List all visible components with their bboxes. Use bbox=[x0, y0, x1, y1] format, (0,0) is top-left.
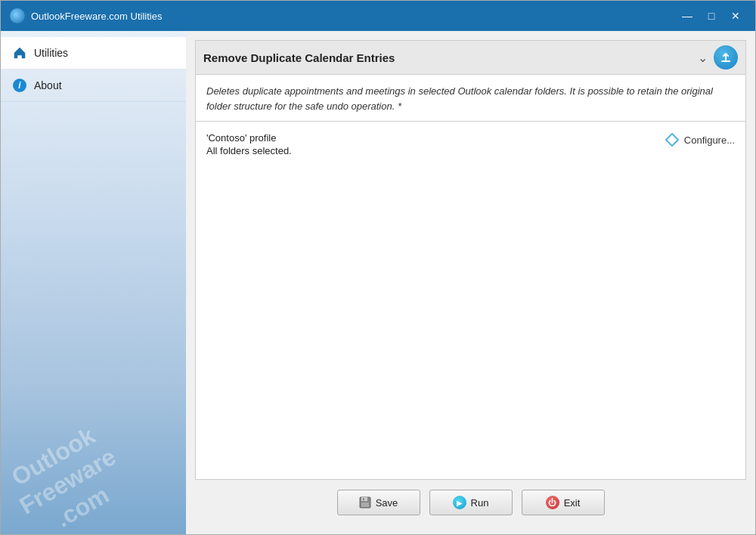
tool-title: Remove Duplicate Calendar Entries bbox=[203, 51, 692, 64]
profile-info: 'Contoso' profile All folders selected. bbox=[206, 132, 292, 156]
svg-rect-4 bbox=[363, 498, 364, 500]
window-title: OutlookFreeware.com Utilities bbox=[31, 11, 677, 22]
close-button[interactable]: ✕ bbox=[725, 7, 746, 25]
configure-button[interactable]: Configure... bbox=[665, 132, 735, 147]
profile-name: 'Contoso' profile bbox=[206, 132, 292, 144]
minimize-button[interactable]: — bbox=[677, 7, 698, 25]
app-icon bbox=[10, 8, 25, 23]
app-window: OutlookFreeware.com Utilities — □ ✕ Util… bbox=[0, 0, 756, 535]
maximize-button[interactable]: □ bbox=[701, 7, 722, 25]
svg-marker-0 bbox=[666, 134, 678, 146]
footer: Save ▶ Run ⏻ Exit bbox=[195, 480, 746, 525]
title-bar: OutlookFreeware.com Utilities — □ ✕ bbox=[1, 1, 755, 31]
exit-icon: ⏻ bbox=[546, 496, 559, 509]
sidebar-nav: Utilities i About bbox=[1, 31, 186, 108]
upload-button[interactable] bbox=[714, 45, 738, 70]
configure-icon bbox=[665, 132, 680, 147]
sidebar-item-utilities[interactable]: Utilities bbox=[1, 37, 186, 70]
run-button[interactable]: ▶ Run bbox=[429, 490, 513, 515]
sidebar-watermark: OutlookFreeware.com bbox=[1, 396, 173, 534]
tool-description: Deletes duplicate appointments and meeti… bbox=[196, 75, 745, 122]
save-icon bbox=[359, 496, 371, 509]
run-icon: ▶ bbox=[453, 496, 466, 509]
content-panel: Remove Duplicate Calendar Entries ⌄ Dele… bbox=[195, 40, 746, 480]
exit-button[interactable]: ⏻ Exit bbox=[522, 490, 605, 515]
profile-folders: All folders selected. bbox=[206, 145, 292, 156]
tool-header: Remove Duplicate Calendar Entries ⌄ bbox=[196, 41, 745, 75]
sidebar-item-about[interactable]: i About bbox=[1, 70, 186, 102]
exit-label: Exit bbox=[564, 497, 581, 509]
main-area: Utilities i About OutlookFreeware.com bbox=[1, 31, 755, 534]
tool-description-text: Deletes duplicate appointments and meeti… bbox=[206, 85, 713, 112]
dropdown-arrow-icon[interactable]: ⌄ bbox=[698, 51, 708, 65]
profile-section: 'Contoso' profile All folders selected. … bbox=[196, 122, 745, 167]
save-label: Save bbox=[376, 497, 398, 509]
window-controls: — □ ✕ bbox=[677, 7, 746, 25]
sidebar-about-label: About bbox=[34, 79, 62, 91]
configure-label: Configure... bbox=[684, 135, 735, 146]
info-icon: i bbox=[11, 77, 28, 94]
svg-rect-3 bbox=[361, 503, 369, 507]
run-label: Run bbox=[471, 497, 489, 509]
home-icon bbox=[11, 45, 28, 61]
content-area: Remove Duplicate Calendar Entries ⌄ Dele… bbox=[186, 31, 755, 534]
save-button[interactable]: Save bbox=[337, 490, 420, 515]
sidebar-utilities-label: Utilities bbox=[34, 47, 68, 59]
sidebar: Utilities i About OutlookFreeware.com bbox=[1, 31, 186, 534]
